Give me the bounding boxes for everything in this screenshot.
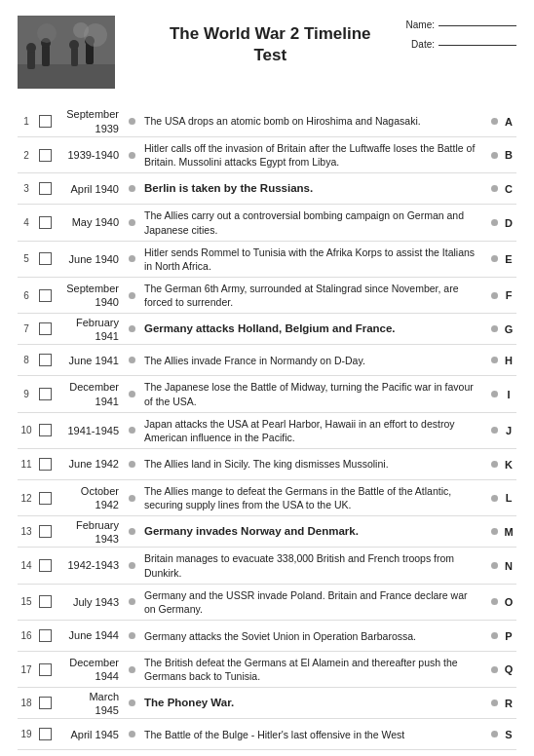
svg-point-8 bbox=[69, 40, 79, 50]
row-date: June 1942 bbox=[55, 449, 125, 479]
right-dot bbox=[487, 449, 501, 479]
left-dot bbox=[125, 376, 138, 411]
table-row: 9 December1941 The Japanese lose the Bat… bbox=[18, 376, 516, 412]
row-number: 15 bbox=[18, 585, 35, 620]
right-dot bbox=[487, 314, 501, 344]
row-checkbox[interactable] bbox=[35, 413, 55, 448]
row-number: 18 bbox=[18, 688, 35, 718]
row-number: 6 bbox=[18, 278, 35, 313]
table-row: 4 May 1940 The Allies carry out a contro… bbox=[18, 205, 516, 241]
row-number: 4 bbox=[18, 205, 35, 240]
row-letter: E bbox=[501, 242, 516, 277]
left-dot bbox=[125, 719, 138, 749]
left-dot bbox=[125, 205, 138, 240]
right-dot bbox=[487, 516, 501, 547]
page-title: The World War 2 Timeline Test bbox=[134, 16, 406, 66]
row-date: 1941-1945 bbox=[55, 413, 125, 448]
row-checkbox[interactable] bbox=[35, 106, 55, 136]
row-event: The British defeat the Germans at El Ala… bbox=[138, 652, 487, 687]
row-number: 11 bbox=[18, 449, 35, 479]
row-checkbox[interactable] bbox=[35, 205, 55, 240]
row-checkbox[interactable] bbox=[35, 688, 55, 718]
table-row: 19 April 1945 The Battle of the Bulge - … bbox=[18, 719, 516, 750]
row-event: Britain manages to evacuate 338,000 Brit… bbox=[138, 548, 487, 583]
row-checkbox[interactable] bbox=[35, 449, 55, 479]
row-number: 3 bbox=[18, 173, 35, 204]
row-checkbox[interactable] bbox=[35, 173, 55, 204]
date-field[interactable] bbox=[439, 45, 516, 46]
left-dot bbox=[125, 585, 138, 620]
row-letter: O bbox=[501, 585, 516, 620]
row-date: June 1944 bbox=[55, 621, 125, 651]
row-checkbox[interactable] bbox=[35, 652, 55, 687]
row-number: 17 bbox=[18, 652, 35, 687]
row-checkbox[interactable] bbox=[35, 242, 55, 277]
table-row: 16 June 1944 Germany attacks the Soviet … bbox=[18, 621, 516, 652]
row-checkbox[interactable] bbox=[35, 345, 55, 375]
right-dot bbox=[487, 205, 501, 240]
row-event: The Allies invade France in Normandy on … bbox=[138, 345, 487, 375]
row-event: The Battle of the Bulge - Hitler's last … bbox=[138, 719, 487, 749]
row-event: Germany attacks the Soviet Union in Oper… bbox=[138, 621, 487, 651]
row-number: 7 bbox=[18, 314, 35, 344]
row-event: Japan attacks the USA at Pearl Harbor, H… bbox=[138, 413, 487, 448]
row-date: February1941 bbox=[55, 314, 125, 344]
row-checkbox[interactable] bbox=[35, 719, 55, 749]
right-dot bbox=[487, 278, 501, 313]
row-date: April 1945 bbox=[55, 719, 125, 749]
left-dot bbox=[125, 314, 138, 344]
row-number: 19 bbox=[18, 719, 35, 749]
row-letter: G bbox=[501, 314, 516, 344]
left-dot bbox=[125, 345, 138, 375]
left-dot bbox=[125, 688, 138, 718]
right-dot bbox=[487, 548, 501, 583]
row-letter: N bbox=[501, 548, 516, 583]
svg-rect-11 bbox=[18, 69, 115, 89]
right-dot bbox=[487, 480, 501, 515]
table-row: 7 February1941 Germany attacks Holland, … bbox=[18, 314, 516, 345]
table-row: 2 1939-1940 Hitler calls off the invasio… bbox=[18, 137, 516, 173]
row-letter: I bbox=[501, 376, 516, 411]
right-dot bbox=[487, 137, 501, 172]
row-date: December1941 bbox=[55, 376, 125, 411]
row-event: The Allies land in Sicily. The king dism… bbox=[138, 449, 487, 479]
row-event: Berlin is taken by the Russians. bbox=[138, 173, 487, 204]
row-letter: B bbox=[501, 137, 516, 172]
row-event: The German 6th Army, surrounded at Stali… bbox=[138, 278, 487, 313]
row-checkbox[interactable] bbox=[35, 137, 55, 172]
left-dot bbox=[125, 413, 138, 448]
svg-point-13 bbox=[73, 22, 89, 38]
row-checkbox[interactable] bbox=[35, 314, 55, 344]
row-checkbox[interactable] bbox=[35, 548, 55, 583]
row-date: June 1941 bbox=[55, 345, 125, 375]
row-number: 9 bbox=[18, 376, 35, 411]
table-row: 15 July 1943 Germany and the USSR invade… bbox=[18, 585, 516, 621]
row-checkbox[interactable] bbox=[35, 480, 55, 515]
left-dot bbox=[125, 480, 138, 515]
name-field[interactable] bbox=[439, 25, 516, 26]
left-dot bbox=[125, 137, 138, 172]
row-checkbox[interactable] bbox=[35, 621, 55, 651]
right-dot bbox=[487, 585, 501, 620]
row-number: 10 bbox=[18, 413, 35, 448]
table-row: 18 March1945 The Phoney War. R bbox=[18, 688, 516, 719]
row-number: 2 bbox=[18, 137, 35, 172]
row-letter: J bbox=[501, 413, 516, 448]
right-dot bbox=[487, 413, 501, 448]
row-number: 1 bbox=[18, 106, 35, 136]
row-checkbox[interactable] bbox=[35, 516, 55, 547]
row-checkbox[interactable] bbox=[35, 376, 55, 411]
row-checkbox[interactable] bbox=[35, 278, 55, 313]
row-event: The Japanese lose the Battle of Midway, … bbox=[138, 376, 487, 411]
header-fields: Name: Date: bbox=[406, 16, 516, 55]
row-date: July 1943 bbox=[55, 585, 125, 620]
row-checkbox[interactable] bbox=[35, 585, 55, 620]
row-date: May 1940 bbox=[55, 205, 125, 240]
row-date: February1943 bbox=[55, 516, 125, 547]
row-letter: C bbox=[501, 173, 516, 204]
row-letter: R bbox=[501, 688, 516, 718]
row-date: April 1940 bbox=[55, 173, 125, 204]
right-dot bbox=[487, 652, 501, 687]
svg-point-14 bbox=[37, 23, 57, 43]
table-row: 3 April 1940 Berlin is taken by the Russ… bbox=[18, 173, 516, 205]
